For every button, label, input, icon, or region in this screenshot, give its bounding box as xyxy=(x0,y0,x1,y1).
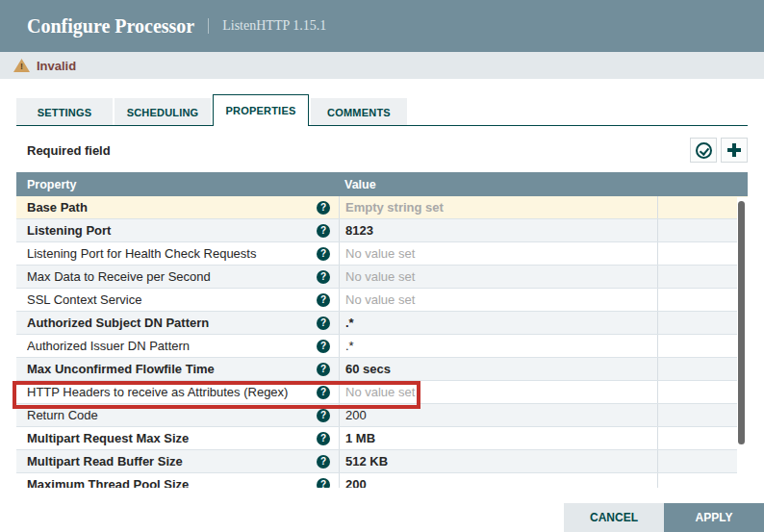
table-header: Property Value xyxy=(16,172,748,196)
tab-properties[interactable]: PROPERTIES xyxy=(213,94,309,126)
property-name: Multipart Request Max Size xyxy=(27,431,317,445)
column-header-value: Value xyxy=(339,172,657,196)
property-name: Max Data to Receive per Second xyxy=(27,269,317,284)
property-row[interactable]: Listening Port?8123 xyxy=(16,219,748,242)
property-value[interactable]: No value set xyxy=(339,289,657,311)
property-value[interactable]: 200 xyxy=(339,473,657,488)
property-row[interactable]: HTTP Headers to receive as Attributes (R… xyxy=(16,381,748,404)
property-value[interactable]: No value set xyxy=(339,266,657,288)
help-icon[interactable]: ? xyxy=(317,409,330,422)
verify-properties-button[interactable] xyxy=(690,138,717,163)
property-value[interactable]: 512 KB xyxy=(339,450,657,472)
property-row[interactable]: Multipart Read Buffer Size?512 KB xyxy=(16,450,748,473)
tab-settings[interactable]: SETTINGS xyxy=(16,98,113,126)
processor-name-version: ListenHTTP 1.15.1 xyxy=(208,18,326,34)
property-name: Multipart Read Buffer Size xyxy=(27,454,317,469)
property-name: Listening Port for Health Check Requests xyxy=(27,246,317,261)
property-row[interactable]: SSL Context Service?No value set xyxy=(16,289,748,312)
plus-icon xyxy=(727,143,741,157)
help-icon[interactable]: ? xyxy=(317,455,330,469)
property-value[interactable]: 200 xyxy=(339,404,657,426)
tab-scheduling[interactable]: SCHEDULING xyxy=(115,98,211,126)
help-icon[interactable]: ? xyxy=(317,270,330,284)
property-name: Return Code xyxy=(27,408,317,422)
property-name: Max Unconfirmed Flowfile Time xyxy=(27,362,317,376)
add-property-button[interactable] xyxy=(721,138,748,163)
properties-toolbar: Required field xyxy=(16,138,748,163)
help-icon[interactable]: ? xyxy=(317,247,330,261)
cancel-button[interactable]: CANCEL xyxy=(564,503,664,532)
warning-icon: ! xyxy=(13,59,30,72)
required-field-label: Required field xyxy=(27,143,111,158)
property-row[interactable]: Base Path?Empty string set xyxy=(16,196,748,219)
configure-processor-dialog: Configure Processor ListenHTTP 1.15.1 ! … xyxy=(0,0,764,532)
property-value[interactable]: Empty string set xyxy=(339,196,657,218)
property-name: Listening Port xyxy=(27,223,317,238)
property-row[interactable]: Maximum Thread Pool Size?200 xyxy=(16,473,748,488)
property-name: Maximum Thread Pool Size xyxy=(27,477,317,488)
help-icon[interactable]: ? xyxy=(317,201,330,215)
property-value[interactable]: 1 MB xyxy=(339,427,657,449)
help-icon[interactable]: ? xyxy=(317,224,330,238)
property-row[interactable]: Authorized Subject DN Pattern?.* xyxy=(16,312,748,335)
property-value[interactable]: 60 secs xyxy=(339,358,657,380)
dialog-footer: CANCEL APPLY xyxy=(564,503,764,532)
help-icon[interactable]: ? xyxy=(317,478,330,489)
help-icon[interactable]: ? xyxy=(317,432,330,445)
property-row[interactable]: Listening Port for Health Check Requests… xyxy=(16,242,748,266)
help-icon[interactable]: ? xyxy=(317,340,330,353)
circle-check-icon xyxy=(696,142,712,159)
tab-comments[interactable]: COMMENTS xyxy=(311,98,407,126)
dialog-title: Configure Processor xyxy=(27,15,194,38)
help-icon[interactable]: ? xyxy=(317,293,330,307)
help-icon[interactable]: ? xyxy=(317,317,330,330)
validation-status-bar: ! Invalid xyxy=(0,52,764,79)
property-value[interactable]: .* xyxy=(339,312,657,334)
property-name: Authorized Issuer DN Pattern xyxy=(27,339,317,353)
property-row[interactable]: Authorized Issuer DN Pattern?.* xyxy=(16,335,748,358)
property-value[interactable]: No value set xyxy=(339,381,657,403)
property-name: Base Path xyxy=(27,200,317,215)
property-name: SSL Context Service xyxy=(27,292,317,307)
dialog-header: Configure Processor ListenHTTP 1.15.1 xyxy=(0,0,764,52)
property-row[interactable]: Max Unconfirmed Flowfile Time?60 secs xyxy=(16,358,748,381)
property-value[interactable]: .* xyxy=(339,335,657,357)
property-value[interactable]: No value set xyxy=(339,242,657,265)
scrollbar-thumb[interactable] xyxy=(738,201,745,444)
property-row[interactable]: Return Code?200 xyxy=(16,404,748,427)
column-header-property: Property xyxy=(16,172,339,196)
property-name: HTTP Headers to receive as Attributes (R… xyxy=(27,385,317,399)
help-icon[interactable]: ? xyxy=(317,363,330,376)
property-row[interactable]: Multipart Request Max Size?1 MB xyxy=(16,427,748,450)
properties-table: Property Value Base Path?Empty string se… xyxy=(16,172,748,488)
dialog-content: SETTINGSSCHEDULINGPROPERTIESCOMMENTS Req… xyxy=(0,79,764,488)
table-scrollbar[interactable] xyxy=(737,197,748,488)
property-value[interactable]: 8123 xyxy=(339,219,657,241)
help-icon[interactable]: ? xyxy=(317,386,330,399)
property-name: Authorized Subject DN Pattern xyxy=(27,316,317,330)
status-label: Invalid xyxy=(37,59,76,73)
tab-bar: SETTINGSSCHEDULINGPROPERTIESCOMMENTS xyxy=(16,94,748,126)
apply-button[interactable]: APPLY xyxy=(664,503,764,532)
property-row[interactable]: Max Data to Receive per Second?No value … xyxy=(16,266,748,289)
